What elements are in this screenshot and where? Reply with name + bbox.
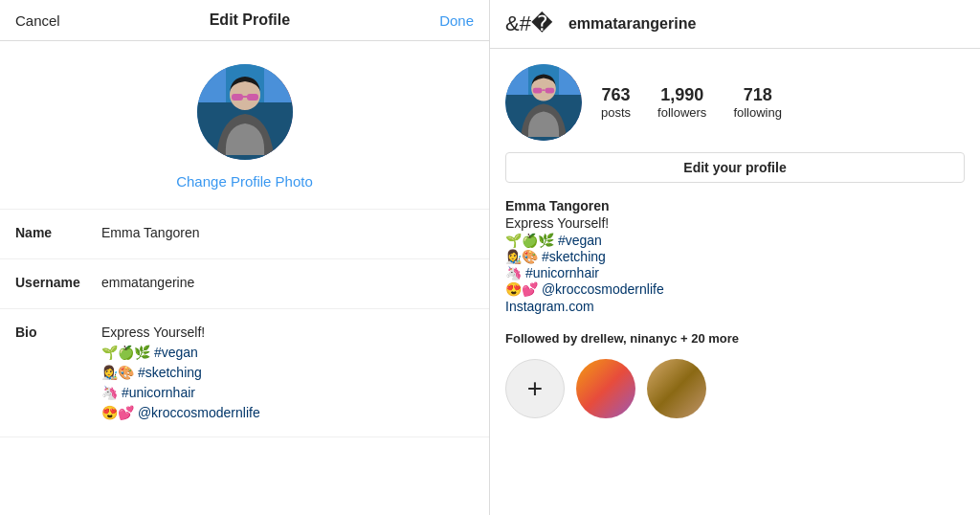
bio-line-vegan: 🌱🍏🌿 #vegan: [505, 233, 965, 248]
bio-line-unicornhair: 🦄 #unicornhair: [505, 265, 965, 280]
edit-profile-panel: Cancel Edit Profile Done: [0, 0, 490, 515]
posts-label: posts: [601, 105, 631, 120]
followed-by-section: Followed by drellew, ninanyc + 20 more: [490, 322, 980, 351]
bio-value[interactable]: Express Yourself! 🌱🍏🌿 #vegan 👩‍🎨🎨 #sketc…: [101, 323, 474, 423]
username-label: Username: [15, 273, 101, 290]
following-stat: 718 following: [733, 85, 782, 120]
avatar-left: [197, 64, 293, 160]
svg-rect-12: [533, 88, 543, 94]
svg-rect-5: [232, 94, 243, 101]
profile-photo-section: Change Profile Photo: [0, 41, 489, 210]
add-story-button[interactable]: +: [505, 359, 565, 418]
bio-section: Emma Tangoren Express Yourself! 🌱🍏🌿 #veg…: [490, 194, 980, 322]
bio-express: Express Yourself!: [505, 215, 965, 231]
profile-view-panel: &#� emmatarangerine: [490, 0, 980, 515]
following-count: 718: [744, 85, 772, 105]
followed-by-prefix: Followed by: [505, 331, 581, 346]
posts-stat: 763 posts: [601, 85, 631, 120]
followers-stat: 1,990 followers: [657, 85, 706, 120]
name-label: Name: [15, 223, 101, 240]
profile-username: emmatarangerine: [568, 15, 696, 33]
edit-profile-btn-section: Edit your profile: [490, 152, 980, 194]
story-circle-animal[interactable]: [647, 359, 706, 418]
back-button[interactable]: &#�: [505, 11, 553, 36]
profile-stats: 763 posts 1,990 followers 718 following: [601, 85, 965, 120]
bio-field-row: Bio Express Yourself! 🌱🍏🌿 #vegan 👩‍🎨🎨 #s…: [0, 309, 489, 437]
profile-info-section: 763 posts 1,990 followers 718 following: [490, 49, 980, 152]
edit-profile-title: Edit Profile: [210, 11, 290, 29]
edit-profile-header: Cancel Edit Profile Done: [0, 0, 489, 41]
avatar-right: [505, 64, 582, 141]
bio-line-sketching: 👩‍🎨🎨 #sketching: [505, 249, 965, 264]
followers-label: followers: [657, 105, 706, 120]
svg-rect-13: [546, 88, 555, 94]
name-field-row: Name Emma Tangoren: [0, 210, 489, 259]
bio-line-mention: 😍💕 @kroccosmodernlife: [505, 281, 965, 297]
svg-rect-6: [247, 94, 258, 101]
followed-by-names: drellew, ninanyc: [581, 331, 678, 346]
plus-icon: +: [527, 375, 543, 402]
form-fields: Name Emma Tangoren Username emmatangerin…: [0, 210, 489, 437]
following-label: following: [733, 105, 782, 120]
cancel-button[interactable]: Cancel: [15, 12, 60, 29]
done-button[interactable]: Done: [439, 12, 474, 29]
profile-header: &#� emmatarangerine: [490, 0, 980, 49]
username-value[interactable]: emmatangerine: [101, 273, 474, 293]
change-photo-button[interactable]: Change Profile Photo: [176, 173, 313, 190]
bio-fullname: Emma Tangoren: [505, 198, 965, 213]
followed-by-suffix: + 20 more: [677, 331, 739, 346]
name-value[interactable]: Emma Tangoren: [101, 223, 474, 243]
posts-count: 763: [602, 85, 631, 105]
story-circles: +: [490, 351, 980, 426]
bio-label: Bio: [15, 323, 101, 340]
bio-link[interactable]: Instagram.com: [505, 299, 965, 314]
edit-profile-button[interactable]: Edit your profile: [505, 152, 965, 183]
story-circle-food[interactable]: [576, 359, 635, 418]
followers-count: 1,990: [660, 85, 703, 105]
username-field-row: Username emmatangerine: [0, 259, 489, 309]
